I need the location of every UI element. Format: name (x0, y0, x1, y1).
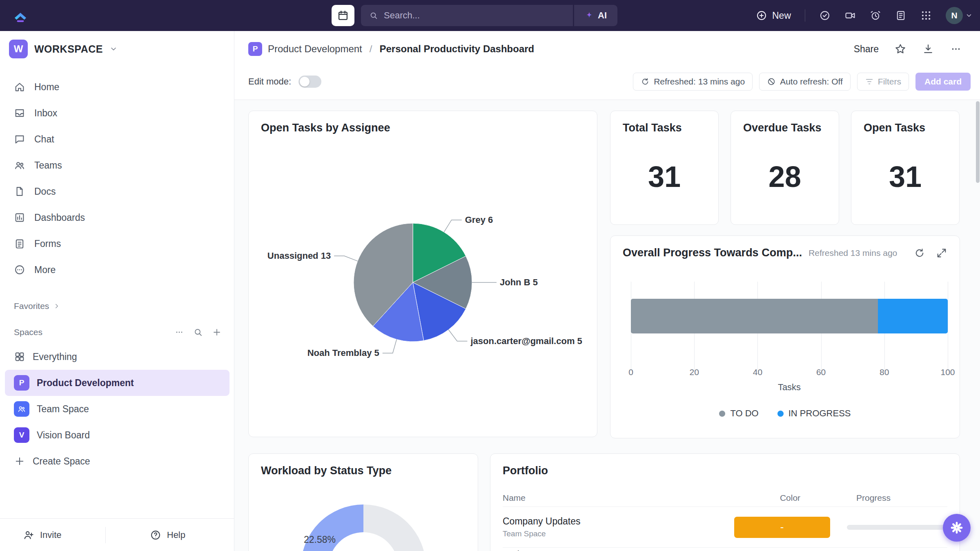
share-button[interactable]: Share (854, 44, 879, 55)
card-workload-by-status: Workload by Status Type 22.58% (248, 453, 478, 551)
page-title: Personal Productivity Dashboard (379, 43, 534, 55)
sidebar-item-forms[interactable]: Forms (0, 231, 234, 257)
refreshed-button[interactable]: Refreshed: 13 mins ago (633, 73, 753, 91)
space-label: Create Space (33, 456, 90, 467)
search-icon[interactable] (193, 327, 203, 337)
space-item-everything[interactable]: Everything (5, 344, 229, 370)
auto-refresh-label: Auto refresh: Off (780, 77, 843, 87)
row-space: Team Space (503, 529, 717, 538)
stat-title: Open Tasks (864, 122, 925, 134)
app-logo-icon[interactable] (12, 7, 29, 24)
apps-grid-icon[interactable] (920, 10, 932, 21)
notepad-icon[interactable] (895, 10, 906, 21)
chevron-right-icon (53, 302, 60, 310)
space-item-vision-board[interactable]: V Vision Board (5, 422, 229, 448)
sidebar-item-more[interactable]: More (0, 257, 234, 283)
progress-card-header: Overall Progress Towards Comp... Refresh… (623, 247, 947, 259)
legend-item[interactable]: IN PROGRESS (777, 408, 851, 419)
row-name: Company Updates (503, 516, 717, 527)
sidebar-item-inbox[interactable]: Inbox (0, 100, 234, 126)
breadcrumb-space[interactable]: Product Development (268, 43, 362, 55)
edit-mode-toggle[interactable] (298, 76, 321, 88)
color-chip[interactable]: - (734, 517, 830, 538)
reminder-clock-icon[interactable] (870, 10, 881, 21)
workspace-avatar: W (9, 40, 28, 58)
sidebar-item-home[interactable]: Home (0, 74, 234, 100)
sidebar-item-teams[interactable]: Teams (0, 152, 234, 178)
breadcrumb: P Product Development / Personal Product… (248, 38, 962, 60)
space-label: Vision Board (37, 430, 90, 441)
x-axis-ticks: 020406080100 (631, 367, 948, 379)
spaces-list: Everything P Product Development Team Sp… (0, 344, 234, 474)
tick-label: 100 (940, 367, 955, 377)
new-label: New (772, 10, 791, 21)
space-item-team-space[interactable]: Team Space (5, 396, 229, 422)
stacked-bar-chart[interactable] (631, 282, 948, 371)
gridline (948, 282, 948, 371)
sidebar-footer: Invite Help (0, 518, 234, 551)
favorites-label: Favorites (14, 301, 49, 311)
help-icon (150, 529, 161, 541)
table-row[interactable]: Company Updates Team Space - (503, 507, 947, 548)
card-title: Open Tasks by Assignee (261, 122, 390, 134)
calendar-button[interactable] (332, 5, 354, 26)
topbar-actions: New N (756, 0, 973, 31)
assistant-fab-button[interactable] (943, 514, 971, 542)
stat-title: Overdue Tasks (743, 122, 822, 134)
download-icon[interactable] (922, 43, 934, 55)
x-axis-label: Tasks (631, 382, 948, 393)
video-icon[interactable] (844, 10, 856, 21)
sidebar-item-chat[interactable]: Chat (0, 126, 234, 152)
ellipsis-icon[interactable] (174, 327, 184, 337)
ai-button[interactable]: AI (574, 5, 617, 26)
invite-button[interactable]: Invite (23, 529, 62, 541)
filters-button[interactable]: Filters (857, 73, 909, 91)
header-actions: Share (854, 43, 962, 55)
legend-item[interactable]: TO DO (719, 408, 758, 419)
help-button[interactable]: Help (150, 529, 185, 541)
stat-value: 31 (610, 160, 718, 193)
legend-label: TO DO (730, 408, 758, 419)
svg-text:Grey 6: Grey 6 (465, 215, 493, 225)
tasks-check-icon[interactable] (819, 10, 831, 21)
stat-title: Total Tasks (623, 122, 682, 134)
teams-icon (14, 160, 25, 171)
ellipsis-icon[interactable] (950, 43, 962, 55)
new-button[interactable]: New (756, 10, 791, 21)
scrollbar-thumb[interactable] (976, 101, 980, 183)
add-card-button[interactable]: Add card (915, 73, 971, 91)
column-name: Name (503, 493, 724, 503)
sidebar-item-docs[interactable]: Docs (0, 178, 234, 204)
nav-label: More (34, 264, 56, 276)
chart-legend: TO DOIN PROGRESS (610, 408, 960, 419)
card-open-tasks-by-assignee: Open Tasks by Assignee Grey 6John B 5jas… (248, 111, 597, 437)
workspace-switcher[interactable]: W WORKSPACE (9, 38, 118, 60)
plus-icon (14, 455, 25, 467)
space-avatar: V (14, 427, 29, 443)
row-name: Projects (503, 549, 724, 551)
help-label: Help (167, 530, 185, 540)
create-space-button[interactable]: Create Space (5, 448, 229, 474)
plus-icon[interactable] (212, 327, 222, 337)
search-input[interactable]: Search... (361, 5, 573, 26)
star-icon[interactable] (894, 43, 906, 55)
refresh-icon (641, 77, 650, 86)
favorites-section[interactable]: Favorites (14, 298, 222, 314)
bar-segment (878, 299, 948, 333)
stat-value: 31 (851, 160, 959, 193)
auto-refresh-button[interactable]: Auto refresh: Off (759, 73, 851, 91)
footer-divider (105, 527, 106, 543)
space-item-product-development[interactable]: P Product Development (5, 370, 229, 396)
space-badge: P (248, 42, 262, 56)
expand-icon[interactable] (936, 247, 947, 259)
card-title: Workload by Status Type (261, 464, 392, 477)
column-color: Color (724, 493, 856, 503)
card-title: Overall Progress Towards Comp... (623, 247, 802, 259)
forms-icon (14, 238, 25, 249)
docs-icon (14, 186, 25, 197)
refresh-icon[interactable] (914, 247, 925, 259)
account-menu[interactable]: N (946, 7, 973, 24)
table-row[interactable]: Projects (503, 548, 947, 551)
sidebar-item-dashboards[interactable]: Dashboards (0, 204, 234, 231)
pie-chart[interactable]: Grey 6John B 5jason.carter@gmail.com 5No… (249, 158, 598, 411)
